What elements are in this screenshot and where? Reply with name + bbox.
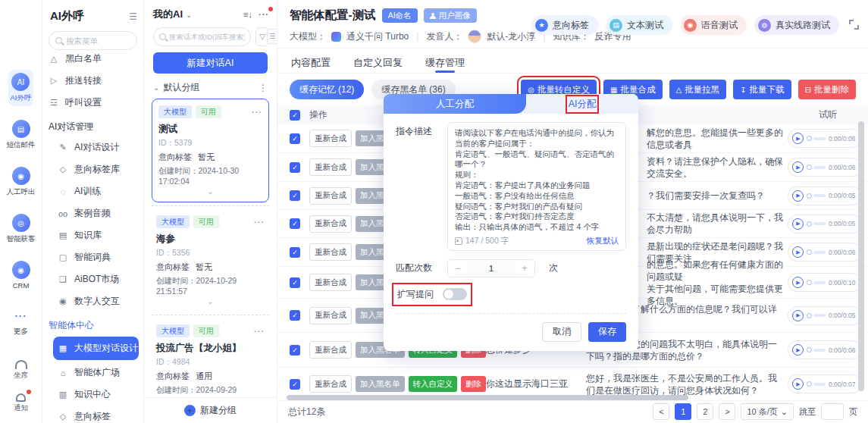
jump-page-input[interactable] bbox=[821, 403, 844, 420]
menu-item-intent-tag-lib[interactable]: ◇ 意向标签库 bbox=[42, 158, 143, 180]
seek-handle[interactable] bbox=[807, 193, 812, 199]
rail-item-smart-leads[interactable]: ◎ 智能获客 bbox=[5, 211, 38, 247]
progress-track[interactable] bbox=[813, 137, 826, 140]
resynthesize-button[interactable]: 重新合成 bbox=[309, 215, 352, 233]
menu-item-digital-human[interactable]: ◉ 数字人交互 bbox=[42, 290, 143, 312]
menu-item-ai-training[interactable]: ◌ AI训练 bbox=[42, 180, 143, 202]
new-group-button[interactable]: + 新建分组 bbox=[144, 397, 277, 423]
tab-ai-assign[interactable]: AI分配 bbox=[526, 94, 638, 114]
group-chevron-icon[interactable]: ⌄ bbox=[153, 83, 159, 92]
intent-tag-button[interactable]: ★意向标签 bbox=[531, 15, 598, 35]
increment-button[interactable]: + bbox=[515, 263, 534, 274]
seek-handle[interactable] bbox=[807, 164, 812, 170]
progress-track[interactable] bbox=[813, 251, 826, 254]
batch-blacklist-button[interactable]: △批量拉黑 bbox=[669, 80, 727, 99]
row-checkbox[interactable]: ✓ bbox=[290, 345, 300, 356]
rail-item-notifications[interactable]: 通知 bbox=[14, 391, 28, 413]
menu-item-intent-tag[interactable]: ◇ 意向标签 bbox=[42, 406, 143, 423]
rail-item-crm[interactable]: ◉ CRM bbox=[10, 258, 33, 293]
horizontal-scrollbar[interactable] bbox=[287, 395, 688, 400]
delete-button[interactable]: 删除 bbox=[461, 376, 486, 392]
row-checkbox[interactable]: ✓ bbox=[290, 133, 300, 144]
cache-memory-pill[interactable]: 缓存记忆(12) bbox=[290, 80, 364, 99]
resynthesize-button[interactable]: 重新合成 bbox=[309, 130, 352, 147]
card-more-icon[interactable]: ··· bbox=[254, 327, 265, 336]
menu-item-blackwhite-list[interactable]: △ 黑白名单 bbox=[42, 48, 143, 70]
menu-item-smart-dictionary[interactable]: ▢ 智能词典 bbox=[42, 246, 143, 268]
ai-card-selected[interactable]: 大模型 可用 ··· 测试 ID：5379 意向标签暂无 创建时间：2024-1… bbox=[152, 99, 269, 202]
match-times-value[interactable]: 1 bbox=[468, 260, 515, 277]
resynthesize-button[interactable]: 重新合成 bbox=[309, 158, 352, 176]
panel-collapse-handle[interactable]: ☰ bbox=[267, 29, 277, 44]
resynthesize-button[interactable]: 重新合成 bbox=[309, 341, 352, 359]
batch-delete-button[interactable]: ⊟批量删除 bbox=[798, 80, 856, 99]
progress-track[interactable] bbox=[813, 194, 826, 197]
batch-download-button[interactable]: ↧批量下载 bbox=[733, 80, 791, 99]
rail-item-agent-seat[interactable]: 坐席 bbox=[14, 358, 28, 381]
card-more-icon[interactable]: ··· bbox=[254, 218, 265, 227]
prev-page-button[interactable]: < bbox=[653, 403, 669, 420]
group-more-icon[interactable]: ⋮ bbox=[259, 83, 268, 93]
play-icon[interactable]: ▶ bbox=[792, 344, 804, 356]
play-icon[interactable]: ▶ bbox=[792, 133, 804, 144]
play-icon[interactable]: ▶ bbox=[792, 310, 804, 321]
script-search-input[interactable] bbox=[169, 33, 245, 41]
tab-custom-reply[interactable]: 自定义回复 bbox=[353, 56, 403, 73]
seek-handle[interactable] bbox=[807, 136, 812, 141]
to-custom-button[interactable]: 转入自定义 bbox=[409, 376, 458, 392]
play-icon[interactable]: ▶ bbox=[792, 190, 804, 202]
rail-item-manual-call[interactable]: ◉ 人工呼出 bbox=[5, 164, 38, 200]
rail-item-ai-outbound[interactable]: AI AI外呼 bbox=[8, 70, 34, 106]
progress-track[interactable] bbox=[813, 222, 826, 225]
row-checkbox[interactable]: ✓ bbox=[290, 162, 300, 173]
tab-manual-assign[interactable]: 人工分配 bbox=[384, 94, 526, 114]
row-checkbox[interactable]: ✓ bbox=[290, 218, 300, 229]
card-more-icon[interactable]: ··· bbox=[252, 108, 262, 117]
row-checkbox[interactable]: ✓ bbox=[290, 277, 300, 288]
progress-track[interactable] bbox=[813, 349, 826, 352]
restore-default-link[interactable]: 恢复默认 bbox=[587, 236, 619, 246]
list-more-menu[interactable]: ··· bbox=[259, 10, 269, 19]
page-1-button[interactable]: 1 bbox=[675, 403, 691, 420]
seek-handle[interactable] bbox=[807, 280, 812, 285]
add-blacklist-button[interactable]: 加入黑名单 bbox=[356, 376, 405, 392]
resynthesize-button[interactable]: 重新合成 bbox=[309, 243, 352, 261]
fullscreen-icon[interactable] bbox=[849, 20, 859, 30]
script-search[interactable] bbox=[153, 27, 251, 46]
decrement-button[interactable]: − bbox=[448, 263, 468, 274]
list-title[interactable]: 我的AI bbox=[153, 8, 183, 21]
rail-item-more[interactable]: ··· 更多 bbox=[10, 303, 33, 340]
card-expand-icon[interactable]: ⌄ bbox=[158, 187, 262, 196]
menu-item-ai-dialog-design[interactable]: ✎ AI对话设计 bbox=[42, 136, 143, 158]
instruction-textarea[interactable]: 请阅读以下客户在电话沟通中的提问，你认为当前的客户提问属于： 肯定语气、一般语气… bbox=[447, 122, 626, 251]
user-profile-badge[interactable]: 用户画像 bbox=[424, 8, 477, 23]
row-checkbox[interactable]: ✓ bbox=[290, 247, 300, 258]
row-checkbox[interactable]: ✓ bbox=[290, 310, 300, 321]
seek-handle[interactable] bbox=[807, 347, 812, 352]
menu-item-llm-dialog-design[interactable]: ▦ 大模型对话设计 bbox=[53, 337, 139, 360]
real-line-test-button[interactable]: ◍真实线路测试 bbox=[754, 15, 839, 35]
row-checkbox[interactable]: ✓ bbox=[290, 379, 300, 390]
menu-item-push-transfer[interactable]: ▷ 推送转接 bbox=[42, 70, 143, 92]
menu-item-knowledge-center[interactable]: ▥ 知识中心 bbox=[42, 384, 143, 406]
card-expand-icon[interactable]: ⌄ bbox=[156, 297, 265, 306]
group-name[interactable]: 默认分组 bbox=[163, 81, 199, 94]
play-icon[interactable]: ▶ bbox=[792, 161, 804, 173]
seek-handle[interactable] bbox=[807, 221, 812, 227]
sort-icon[interactable]: ≡↓ bbox=[243, 10, 252, 19]
next-page-button[interactable]: > bbox=[719, 403, 735, 420]
resynthesize-button[interactable]: 重新合成 bbox=[309, 274, 352, 291]
expand-question-toggle[interactable] bbox=[443, 288, 467, 300]
collapse-menu-icon[interactable]: ☰ bbox=[129, 11, 137, 22]
menu-item-agent-plaza[interactable]: ⌂ 智能体广场 bbox=[42, 362, 143, 384]
ai-card[interactable]: 大模型 可用 ··· 海参 ID：5356 意向标签暂无 创建时间：2024-1… bbox=[152, 209, 269, 312]
resynthesize-button[interactable]: 重新合成 bbox=[309, 187, 352, 205]
save-button[interactable]: 保存 bbox=[588, 322, 626, 342]
row-checkbox[interactable]: ✓ bbox=[290, 190, 300, 201]
progress-track[interactable] bbox=[813, 314, 826, 317]
tab-content-config[interactable]: 内容配置 bbox=[291, 56, 331, 73]
tab-cache-management[interactable]: 缓存管理 bbox=[425, 56, 465, 73]
menu-item-call-settings[interactable]: ☲ 呼叫设置 bbox=[42, 92, 143, 114]
seek-handle[interactable] bbox=[807, 249, 812, 255]
menu-item-case-audio[interactable]: oo 案例音频 bbox=[42, 202, 143, 224]
